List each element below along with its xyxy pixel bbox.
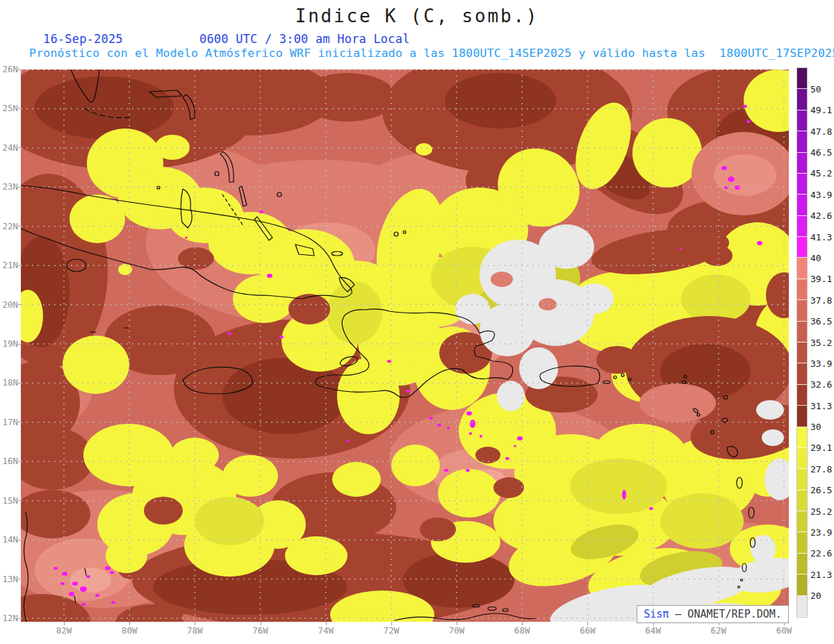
colorbar-tick-label: 33.9 [810, 358, 832, 369]
y-axis-tick-mark [18, 540, 21, 540]
colorbar-tick-label: 36.5 [810, 316, 832, 327]
colorbar-tick-label: 46.5 [810, 147, 832, 158]
colorbar-tick-label: 31.3 [810, 401, 832, 411]
y-axis-tick-mark [18, 226, 21, 226]
colorbar-segment [797, 554, 807, 575]
colorbar-segment [797, 406, 807, 427]
x-axis-tick-mark [195, 622, 195, 625]
y-axis-tick-mark [18, 108, 21, 109]
colorbar-tick-label: 27.8 [810, 464, 832, 474]
model-info-line: Pronóstico con el Modelo Atmósferico WRF… [29, 47, 834, 60]
x-axis-tick-mark [326, 622, 327, 625]
x-axis-tick-mark [457, 622, 457, 625]
colorbar-tick-label: 21.3 [810, 570, 832, 580]
colorbar-segment [797, 427, 807, 448]
colorbar-segment [797, 110, 807, 131]
colorbar-tick-label: 37.8 [810, 295, 832, 306]
colorbar-tick-label: 29.1 [810, 443, 832, 453]
colorbar-tick-label: 41.3 [810, 232, 832, 242]
y-axis-tick-label: 26N [1, 65, 18, 74]
colorbar-segment [797, 237, 807, 258]
colorbar-segment [797, 511, 807, 532]
y-axis-tick-label: 18N [1, 378, 18, 388]
colorbar-tick-label: 23.9 [810, 527, 832, 538]
x-axis-tick-label: 74W [311, 626, 341, 636]
y-axis-tick-mark [18, 618, 21, 619]
x-axis-tick-mark [64, 622, 65, 625]
watermark-box: Sisπ – ONAMET/REP.DOM. [637, 605, 789, 623]
y-axis-tick-mark [18, 147, 21, 148]
colorbar-segment [797, 89, 807, 110]
y-axis-tick-label: 20N [1, 300, 18, 310]
k-index-contour-field [21, 69, 789, 622]
colorbar-tick-label: 47.8 [810, 126, 832, 137]
colorbar-tick-label: 43.9 [810, 190, 832, 200]
colorbar-segment [797, 131, 807, 152]
colorbar-legend [797, 68, 807, 617]
y-axis-tick-label: 14N [1, 535, 18, 545]
x-axis-tick-label: 70W [441, 626, 472, 636]
colorbar-segment [797, 195, 807, 215]
page-title: Indice K (C, somb.) [0, 6, 834, 26]
colorbar-tick-label: 49.1 [810, 105, 832, 115]
x-axis-tick-label: 82W [49, 626, 79, 636]
y-axis-tick-mark [18, 69, 21, 70]
colorbar-segment [797, 153, 807, 174]
y-axis-tick-label: 24N [1, 143, 18, 153]
colorbar-segment [797, 490, 807, 511]
colorbar-segment [797, 68, 807, 89]
watermark-brand: Sisπ [644, 608, 669, 620]
colorbar-segment [797, 216, 807, 237]
x-axis-tick-label: 62W [703, 626, 734, 636]
x-axis-tick-label: 66W [572, 626, 603, 636]
y-axis-tick-label: 13N [1, 575, 18, 584]
colorbar-tick-label: 40 [810, 253, 821, 263]
colorbar-segment [797, 385, 807, 406]
colorbar-tick-label: 20 [810, 591, 821, 601]
colorbar-tick-label: 35.2 [810, 338, 832, 348]
colorbar-segment [797, 300, 807, 321]
colorbar-segment [797, 575, 807, 595]
colorbar-segment [797, 596, 807, 617]
y-axis-tick-label: 23N [1, 182, 18, 192]
forecast-time: 0600 UTC / 3:00 am Hora Local [199, 32, 410, 46]
x-axis-tick-label: 68W [507, 626, 537, 636]
weather-map-page: Indice K (C, somb.) 16-Sep-2025 0600 UTC… [0, 0, 834, 644]
x-axis-tick-label: 72W [376, 626, 407, 636]
y-axis-tick-mark [18, 304, 21, 305]
y-axis-tick-label: 16N [1, 456, 18, 466]
colorbar-segment [797, 258, 807, 279]
y-axis-tick-mark [18, 422, 21, 422]
y-axis-tick-mark [18, 500, 21, 501]
colorbar-tick-label: 25.2 [810, 506, 832, 517]
x-axis-tick-label: 64W [638, 626, 669, 636]
colorbar-tick-label: 26.5 [810, 485, 832, 495]
forecast-date: 16-Sep-2025 [43, 32, 123, 46]
x-axis-tick-label: 80W [114, 626, 145, 636]
y-axis-tick-mark [18, 461, 21, 462]
colorbar-tick-label: 30 [810, 422, 821, 432]
colorbar-segment [797, 532, 807, 553]
y-axis-tick-label: 15N [1, 496, 18, 506]
y-axis-tick-mark [18, 344, 21, 345]
colorbar-segment [797, 279, 807, 300]
colorbar-segment [797, 322, 807, 342]
colorbar-tick-label: 42.6 [810, 210, 832, 221]
y-axis-tick-mark [18, 265, 21, 266]
x-axis-tick-mark [129, 622, 130, 625]
x-axis-tick-mark [522, 622, 523, 625]
x-axis-tick-mark [391, 622, 392, 625]
colorbar-segment [797, 342, 807, 363]
colorbar-segment [797, 448, 807, 469]
y-axis-tick-label: 25N [1, 104, 18, 113]
x-axis-tick-mark [587, 622, 588, 625]
colorbar-segment [797, 469, 807, 490]
y-axis-tick-mark [18, 187, 21, 188]
colorbar-segment [797, 363, 807, 384]
colorbar-segment [797, 174, 807, 195]
watermark-text: – ONAMET/REP.DOM. [669, 608, 782, 620]
colorbar-tick-label: 32.6 [810, 379, 832, 390]
y-axis-tick-label: 12N [1, 613, 18, 623]
y-axis-tick-label: 21N [1, 261, 18, 270]
y-axis-tick-label: 22N [1, 222, 18, 231]
